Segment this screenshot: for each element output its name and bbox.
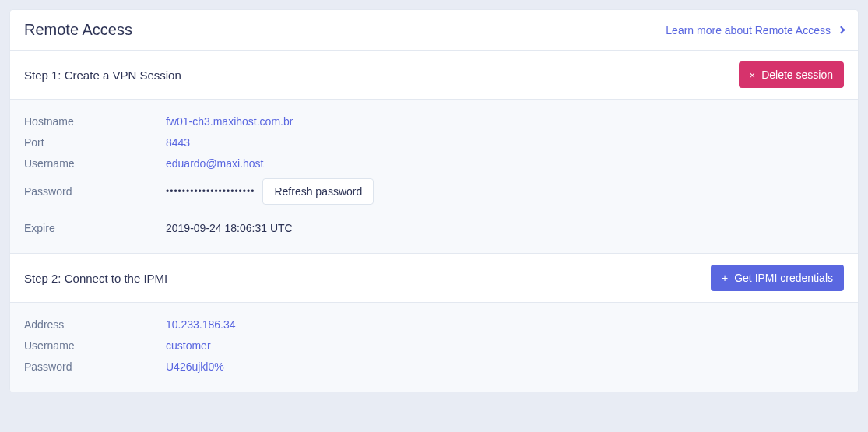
port-value: 8443	[166, 136, 190, 149]
learn-more-text: Learn more about Remote Access	[666, 24, 831, 37]
port-row: Port 8443	[24, 136, 844, 149]
ipmi-password-row: Password U426ujkl0%	[24, 360, 844, 373]
delete-session-button[interactable]: × Delete session	[739, 61, 844, 88]
vpn-username-label: Username	[24, 157, 166, 170]
get-ipmi-credentials-button[interactable]: + Get IPMI credentials	[711, 265, 844, 291]
expire-label: Expire	[24, 222, 166, 234]
hostname-label: Hostname	[24, 115, 166, 128]
vpn-password-label: Password	[24, 185, 166, 198]
ipmi-details: Address 10.233.186.34 Username customer …	[10, 303, 858, 392]
close-icon: ×	[750, 70, 756, 80]
password-controls: •••••••••••••••••••••• Refresh password	[166, 178, 374, 205]
expire-row: Expire 2019-09-24 18:06:31 UTC	[24, 222, 844, 234]
plus-icon: +	[722, 272, 728, 283]
remote-access-panel: Remote Access Learn more about Remote Ac…	[9, 9, 859, 392]
hostname-row: Hostname fw01-ch3.maxihost.com.br	[24, 115, 844, 128]
page-title: Remote Access	[24, 21, 132, 39]
expire-value: 2019-09-24 18:06:31 UTC	[166, 222, 293, 234]
step2-header: Step 2: Connect to the IPMI + Get IPMI c…	[10, 254, 858, 303]
ipmi-password-value: U426ujkl0%	[166, 360, 224, 373]
chevron-right-icon	[838, 26, 845, 34]
learn-more-link[interactable]: Learn more about Remote Access	[666, 24, 844, 37]
address-value: 10.233.186.34	[166, 318, 236, 331]
hostname-value: fw01-ch3.maxihost.com.br	[166, 115, 293, 128]
refresh-password-label: Refresh password	[274, 185, 362, 198]
delete-session-label: Delete session	[761, 68, 833, 81]
ipmi-password-label: Password	[24, 360, 166, 373]
panel-header: Remote Access Learn more about Remote Ac…	[10, 10, 858, 51]
step1-title: Step 1: Create a VPN Session	[24, 68, 181, 82]
vpn-password-row: Password •••••••••••••••••••••• Refresh …	[24, 178, 844, 205]
vpn-details: Hostname fw01-ch3.maxihost.com.br Port 8…	[10, 100, 858, 254]
step1-header: Step 1: Create a VPN Session × Delete se…	[10, 51, 858, 100]
address-label: Address	[24, 318, 166, 331]
step2-title: Step 2: Connect to the IPMI	[24, 272, 167, 285]
ipmi-username-label: Username	[24, 339, 166, 352]
get-ipmi-credentials-label: Get IPMI credentials	[734, 272, 833, 284]
password-mask: ••••••••••••••••••••••	[166, 186, 255, 197]
ipmi-username-row: Username customer	[24, 339, 844, 352]
vpn-username-value: eduardo@maxi.host	[166, 157, 264, 170]
refresh-password-button[interactable]: Refresh password	[262, 178, 374, 205]
address-row: Address 10.233.186.34	[24, 318, 844, 331]
vpn-username-row: Username eduardo@maxi.host	[24, 157, 844, 170]
ipmi-username-value: customer	[166, 339, 211, 352]
port-label: Port	[24, 136, 166, 149]
